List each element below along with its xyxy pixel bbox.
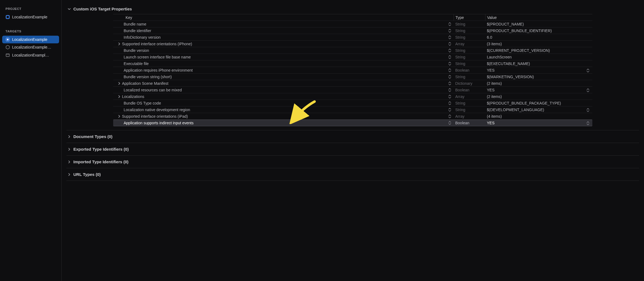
plist-key-cell[interactable]: InfoDictionary version <box>113 35 446 40</box>
plist-row[interactable]: Bundle version string (short)String$(MAR… <box>113 74 592 80</box>
plist-row[interactable]: Localization native development regionSt… <box>113 106 592 113</box>
chevron-right-icon[interactable] <box>118 95 121 98</box>
plist-key-cell[interactable]: Bundle OS Type code <box>113 101 446 105</box>
chevron-right-icon[interactable] <box>118 115 121 118</box>
plist-key-cell[interactable]: Bundle version string (short) <box>113 75 446 79</box>
plist-row[interactable]: Bundle versionString$(CURRENT_PROJECT_VE… <box>113 47 592 54</box>
section-header[interactable]: URL Types (0) <box>66 169 639 179</box>
key-stepper[interactable] <box>446 81 454 86</box>
plist-value-cell[interactable]: LaunchScreen <box>485 54 592 60</box>
key-stepper[interactable] <box>446 29 454 33</box>
chevron-right-icon[interactable] <box>118 42 121 46</box>
plist-row[interactable]: Launch screen interface file base nameSt… <box>113 54 592 60</box>
section-header[interactable]: Exported Type Identifiers (0) <box>66 144 639 154</box>
plist-type-cell[interactable]: String <box>454 61 485 66</box>
plist-value-cell[interactable]: YES <box>485 120 592 126</box>
plist-type-cell[interactable]: String <box>454 107 485 113</box>
plist-type-cell[interactable]: String <box>454 48 485 53</box>
plist-value-cell[interactable]: (2 items) <box>485 94 592 99</box>
key-stepper[interactable] <box>446 75 454 79</box>
plist-value-cell[interactable]: YES <box>485 68 592 73</box>
plist-key-cell[interactable]: Localizations <box>113 94 446 99</box>
key-stepper[interactable] <box>446 108 454 112</box>
stepper-icon[interactable] <box>586 121 590 125</box>
plist-row[interactable]: InfoDictionary versionString6.0 <box>113 34 592 41</box>
plist-value-cell[interactable]: $(CURRENT_PROJECT_VERSION) <box>485 48 592 53</box>
plist-type-cell[interactable]: String <box>454 35 485 40</box>
plist-value-cell[interactable]: $(PRODUCT_BUNDLE_IDENTIFIER) <box>485 28 592 33</box>
stepper-icon[interactable] <box>586 68 590 72</box>
plist-value-cell[interactable]: (3 items) <box>485 41 592 47</box>
chevron-right-icon[interactable] <box>118 82 121 85</box>
stepper-icon[interactable] <box>586 88 590 92</box>
plist-value-cell[interactable]: (2 items) <box>485 81 592 86</box>
plist-key-cell[interactable]: Application supports indirect input even… <box>113 121 446 125</box>
project-item[interactable]: LocalizationExample <box>2 13 59 21</box>
section-header[interactable]: Document Types (0) <box>66 131 639 142</box>
key-stepper[interactable] <box>446 35 454 40</box>
key-stepper[interactable] <box>446 101 454 105</box>
key-stepper[interactable] <box>446 61 454 66</box>
plist-row[interactable]: Application supports indirect input even… <box>113 120 592 126</box>
plist-row[interactable]: Application Scene ManifestDictionary(2 i… <box>113 80 592 87</box>
plist-key-cell[interactable]: Bundle name <box>113 22 446 26</box>
plist-type-cell[interactable]: String <box>454 21 485 27</box>
plist-value-cell[interactable]: (4 items) <box>485 114 592 119</box>
stepper-icon[interactable] <box>586 108 590 112</box>
plist-type-cell[interactable]: Array <box>454 94 485 99</box>
plist-key-cell[interactable]: Bundle version <box>113 48 446 53</box>
plist-type-cell[interactable]: String <box>454 74 485 80</box>
plist-value-cell[interactable]: $(MARKETING_VERSION) <box>485 74 592 80</box>
key-stepper[interactable] <box>446 22 454 26</box>
plist-key-cell[interactable]: Supported interface orientations (iPhone… <box>113 42 446 46</box>
plist-row[interactable]: Localized resources can be mixedBooleanY… <box>113 87 592 93</box>
col-value[interactable]: Value <box>485 14 592 21</box>
plist-type-cell[interactable]: Array <box>454 41 485 47</box>
plist-row[interactable]: Supported interface orientations (iPad)A… <box>113 113 592 120</box>
col-key[interactable]: Key <box>113 15 446 20</box>
plist-row[interactable]: LocalizationsArray(2 items) <box>113 93 592 100</box>
plist-key-cell[interactable]: Executable file <box>113 61 446 66</box>
key-stepper[interactable] <box>446 42 454 46</box>
plist-key-cell[interactable]: Bundle identifier <box>113 29 446 33</box>
plist-value-cell[interactable]: 6.0 <box>485 35 592 40</box>
target-item[interactable]: LocalizationExample <box>2 36 59 43</box>
plist-type-cell[interactable]: Boolean <box>454 68 485 73</box>
plist-row[interactable]: Supported interface orientations (iPhone… <box>113 41 592 47</box>
target-item[interactable]: LocalizationExample… <box>2 43 59 51</box>
plist-value-cell[interactable]: $(PRODUCT_BUNDLE_PACKAGE_TYPE) <box>485 100 592 106</box>
plist-row[interactable]: Bundle identifierString$(PRODUCT_BUNDLE_… <box>113 27 592 34</box>
plist-type-cell[interactable]: String <box>454 100 485 106</box>
target-item[interactable]: LocalizationExampl… <box>2 51 59 59</box>
section-header[interactable]: Custom iOS Target Properties <box>66 4 639 14</box>
key-stepper[interactable] <box>446 68 454 72</box>
section-header[interactable]: Imported Type Identifiers (0) <box>66 157 639 167</box>
key-stepper[interactable] <box>446 88 454 92</box>
plist-type-cell[interactable]: Boolean <box>454 87 485 93</box>
plist-row[interactable]: Executable fileString$(EXECUTABLE_NAME) <box>113 60 592 67</box>
plist-type-cell[interactable]: Boolean <box>454 120 485 126</box>
plist-key-cell[interactable]: Application Scene Manifest <box>113 81 446 86</box>
plist-value-cell[interactable]: YES <box>485 87 592 93</box>
key-stepper[interactable] <box>446 48 454 53</box>
plist-row[interactable]: Bundle OS Type codeString$(PRODUCT_BUNDL… <box>113 100 592 106</box>
key-stepper[interactable] <box>446 94 454 99</box>
plist-key-cell[interactable]: Localized resources can be mixed <box>113 88 446 92</box>
plist-row[interactable]: Bundle nameString$(PRODUCT_NAME) <box>113 21 592 27</box>
plist-key-cell[interactable]: Launch screen interface file base name <box>113 55 446 59</box>
key-stepper[interactable] <box>446 121 454 125</box>
plist-key-cell[interactable]: Localization native development region <box>113 108 446 112</box>
plist-type-cell[interactable]: String <box>454 54 485 60</box>
plist-value-cell[interactable]: $(EXECUTABLE_NAME) <box>485 61 592 66</box>
key-stepper[interactable] <box>446 55 454 59</box>
plist-type-cell[interactable]: Dictionary <box>454 81 485 86</box>
col-type[interactable]: Type <box>454 14 485 21</box>
plist-value-cell[interactable]: $(PRODUCT_NAME) <box>485 21 592 27</box>
plist-row[interactable]: Application requires iPhone environmentB… <box>113 67 592 74</box>
key-stepper[interactable] <box>446 114 454 119</box>
plist-value-cell[interactable]: $(DEVELOPMENT_LANGUAGE) <box>485 107 592 113</box>
plist-type-cell[interactable]: String <box>454 28 485 33</box>
plist-key-cell[interactable]: Application requires iPhone environment <box>113 68 446 72</box>
plist-key-cell[interactable]: Supported interface orientations (iPad) <box>113 114 446 119</box>
plist-type-cell[interactable]: Array <box>454 114 485 119</box>
